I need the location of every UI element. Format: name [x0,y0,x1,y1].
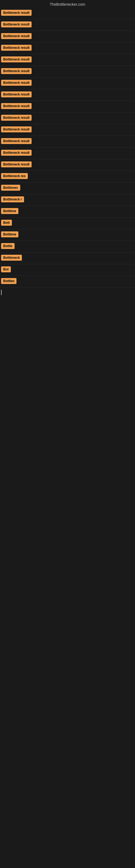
bottleneck-badge[interactable]: Bottlen [1,278,16,284]
bottleneck-badge[interactable]: Bottleneck result [1,45,32,51]
result-row: Bottleneck result [0,136,135,148]
bottleneck-badge[interactable]: Bottleneck result [1,103,32,109]
result-row: Bottleneck result [0,54,135,66]
result-row: Bottleneck res [0,171,135,183]
result-row: Bottle [0,241,135,252]
result-row: Bottleneck result [0,31,135,42]
bottleneck-badge[interactable]: Bottleneck result [1,68,32,74]
bottleneck-badge[interactable]: Bottleneck result [1,33,32,39]
result-row: Bottlen [0,276,135,287]
cursor-indicator [1,290,2,295]
result-row: Bottleneck result [0,8,135,19]
result-row: Bottleneck result [0,89,135,101]
result-row: Bottleneck result [0,19,135,31]
bottleneck-badge[interactable]: Bott [1,220,12,226]
bottleneck-badge[interactable]: Bottlene [1,231,18,237]
result-row: Bottleneck r [0,194,135,206]
bottleneck-badge[interactable]: Bottleneck result [1,138,32,144]
bottleneck-badge[interactable]: Bottleneck res [1,173,28,179]
result-row: Bottleneck result [0,159,135,171]
result-row: Bottleneck result [0,66,135,78]
bottleneck-badge[interactable]: Bottle [1,243,14,249]
result-row: Bott [0,218,135,229]
bottleneck-badge[interactable]: Bot [1,267,11,272]
bottleneck-badge[interactable]: Bottleneck result [1,80,32,86]
result-row: Bottleneck result [0,42,135,54]
result-row: Bottleneck result [0,101,135,113]
bottleneck-badge[interactable]: Bottleneck result [1,10,32,16]
results-container: Bottleneck resultBottleneck resultBottle… [0,8,135,287]
bottleneck-badge[interactable]: Bottleneck result [1,91,32,97]
result-row: Bottleneck result [0,78,135,89]
bottleneck-badge[interactable]: Bottleneck result [1,150,32,156]
result-row: Bottlene [0,206,135,218]
bottleneck-badge[interactable]: Bottleneck result [1,56,32,62]
result-row: Bottleneck [0,252,135,264]
bottleneck-badge[interactable]: Bottleneck result [1,115,32,121]
bottleneck-badge[interactable]: Bottlene [1,208,18,214]
bottleneck-badge[interactable]: Bottleneck [1,255,22,261]
result-row: Bottlene [0,229,135,241]
bottleneck-badge[interactable]: Bottleneck r [1,196,24,203]
result-row: Bottleneck result [0,124,135,136]
bottleneck-badge[interactable]: Bottleneck result [1,22,32,27]
result-row: Bottleneck result [0,148,135,159]
bottleneck-badge[interactable]: Bottleneck result [1,161,32,167]
result-row: Bot [0,264,135,276]
result-row: Bottleneck result [0,113,135,124]
result-row: Bottlenec [0,183,135,194]
bottleneck-badge[interactable]: Bottlenec [1,185,20,191]
bottleneck-badge[interactable]: Bottleneck result [1,126,32,132]
site-title: TheBottlenecker.com [0,0,135,8]
